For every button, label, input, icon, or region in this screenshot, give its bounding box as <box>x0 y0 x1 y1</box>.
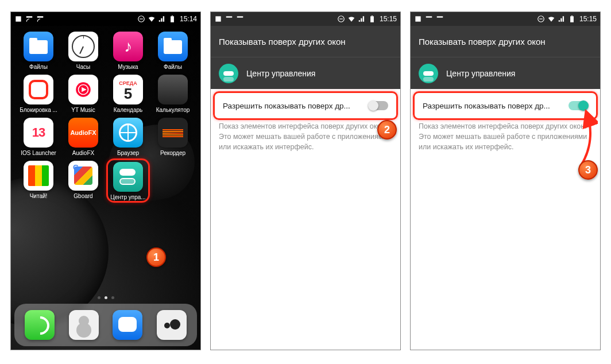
app-clock[interactable]: Часы <box>61 32 105 70</box>
app-read[interactable]: Читай! <box>17 161 60 201</box>
phone-settings-on: 15:15 Показывать поверх других окон Цент… <box>410 11 601 350</box>
cast2-icon <box>36 15 44 23</box>
step-badge-1: 1 <box>146 247 166 267</box>
dock <box>14 304 197 346</box>
app-audiofx[interactable]: AudioFXAudioFX <box>61 118 105 156</box>
lock-icon <box>24 75 53 104</box>
app-gboard[interactable]: Gboard <box>61 161 105 201</box>
app-calendar[interactable]: СРЕДА5Календарь <box>106 75 150 113</box>
wifi-icon <box>347 15 355 23</box>
dnd-icon <box>337 15 345 23</box>
cast2-icon <box>436 15 444 23</box>
svg-rect-9 <box>339 18 343 19</box>
svg-rect-11 <box>372 16 373 16</box>
audiofx-icon: AudioFX <box>68 118 98 148</box>
permission-description: Показ элементов интерфейса поверх других… <box>211 120 400 152</box>
app-music[interactable]: Музыка <box>106 32 150 70</box>
svg-rect-14 <box>539 18 543 19</box>
app-control-center[interactable]: Центр упра... <box>106 158 150 203</box>
svg-rect-16 <box>571 16 573 16</box>
ytmusic-icon <box>68 75 98 104</box>
permission-label: Разрешить показывать поверх др... <box>223 102 363 110</box>
dock-contacts[interactable] <box>69 310 99 340</box>
cast-icon <box>225 15 233 23</box>
highlight-permission-row: Разрешить показывать поверх др... <box>213 91 398 120</box>
svg-rect-15 <box>570 16 574 22</box>
settings-app-row: Центр управления <box>411 57 600 89</box>
status-time: 15:15 <box>378 15 397 23</box>
cast2-icon <box>236 15 244 23</box>
notif-icon <box>14 15 22 23</box>
dnd-icon <box>137 15 145 23</box>
status-time: 15:14 <box>179 15 197 23</box>
settings-app-row: Центр управления <box>211 57 400 89</box>
notif-icon <box>414 15 422 23</box>
permission-label: Разрешить показывать поверх др... <box>423 102 563 110</box>
svg-rect-3 <box>171 16 174 22</box>
calendar-icon: СРЕДА5 <box>113 75 143 104</box>
app-grid: Файлы Часы Музыка Файлы Блокировка ... Y… <box>11 26 200 204</box>
svg-rect-12 <box>415 16 420 21</box>
clock-icon <box>68 32 98 61</box>
read-icon <box>24 161 53 191</box>
signal-icon <box>158 15 166 23</box>
phone-home: 15:14 Файлы Часы Музыка Файлы Блокировка… <box>10 11 201 350</box>
control-center-icon <box>113 162 143 192</box>
folder-icon <box>158 32 188 61</box>
dnd-icon <box>537 15 545 23</box>
status-time: 15:15 <box>578 15 597 23</box>
battery-icon <box>568 15 576 23</box>
browser-icon <box>113 118 143 148</box>
svg-rect-4 <box>172 16 173 16</box>
music-icon <box>113 32 143 61</box>
wifi-icon <box>148 15 156 23</box>
phone-settings-off: 15:15 Показывать поверх других окон Цент… <box>210 11 401 350</box>
gboard-icon <box>68 161 98 191</box>
permission-description: Показ элементов интерфейса поверх других… <box>411 120 600 152</box>
dock-phone[interactable] <box>25 310 55 340</box>
permission-toggle-on[interactable] <box>569 101 588 110</box>
highlight-permission-row: Разрешить показывать поверх др... <box>413 91 598 120</box>
svg-rect-2 <box>140 18 143 19</box>
app-badge-icon <box>219 64 238 83</box>
calculator-icon <box>158 75 188 104</box>
cast-icon <box>25 15 33 23</box>
cast-icon <box>425 15 433 23</box>
settings-title: Показывать поверх других окон <box>411 26 600 57</box>
permission-row[interactable]: Разрешить показывать поверх др... <box>415 93 596 118</box>
permission-toggle-off[interactable] <box>369 101 388 110</box>
wifi-icon <box>547 15 555 23</box>
step-badge-2: 2 <box>377 120 397 140</box>
page-indicator <box>11 296 200 299</box>
status-bar: 15:15 <box>211 12 400 26</box>
app-ioslauncher[interactable]: 13IOS Launcher <box>17 118 60 156</box>
ios13-icon: 13 <box>24 118 53 148</box>
settings-app-name: Центр управления <box>246 69 315 78</box>
permission-row[interactable]: Разрешить показывать поверх др... <box>215 93 396 118</box>
svg-rect-10 <box>370 16 374 22</box>
app-recorder[interactable]: Рекордер <box>151 118 195 156</box>
status-bar: 15:14 <box>11 12 200 26</box>
app-lock[interactable]: Блокировка ... <box>17 75 60 113</box>
signal-icon <box>358 15 366 23</box>
step-badge-3: 3 <box>578 160 598 180</box>
battery-icon <box>368 15 376 23</box>
recorder-icon <box>158 118 188 148</box>
settings-app-name: Центр управления <box>446 69 515 78</box>
app-browser[interactable]: Браузер <box>106 118 150 156</box>
app-calculator[interactable]: Калькулятор <box>151 75 195 113</box>
notif-icon <box>214 15 222 23</box>
app-files-2[interactable]: Файлы <box>151 32 195 70</box>
dock-camera[interactable] <box>157 310 187 340</box>
app-badge-icon <box>419 64 438 83</box>
signal-icon <box>558 15 566 23</box>
folder-icon <box>24 32 53 61</box>
svg-rect-7 <box>215 16 221 21</box>
battery-icon <box>168 15 176 23</box>
status-bar: 15:15 <box>411 12 600 26</box>
app-ytmusic[interactable]: YT Music <box>61 75 105 113</box>
app-files[interactable]: Файлы <box>17 32 60 70</box>
settings-title: Показывать поверх других окон <box>211 26 400 57</box>
dock-messages[interactable] <box>113 310 142 340</box>
svg-rect-0 <box>16 16 21 21</box>
